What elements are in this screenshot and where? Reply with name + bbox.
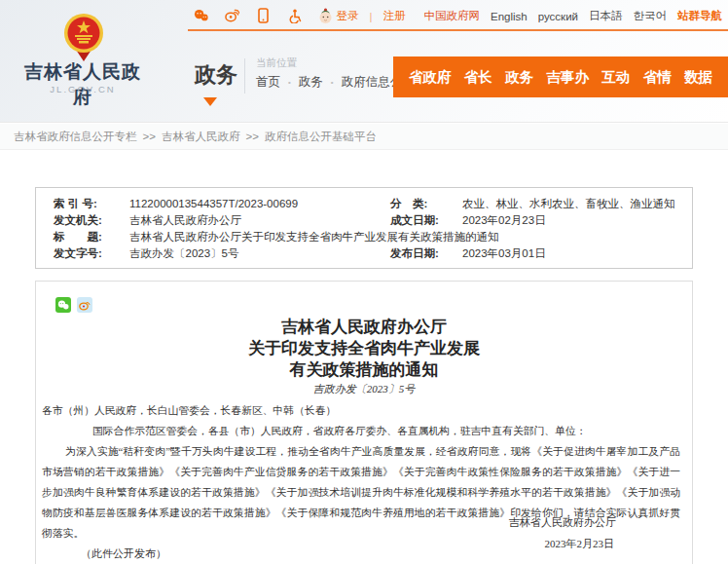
signature-agency: 吉林省人民政府办公厅	[509, 515, 616, 530]
meta-index-value: 1122000013544357T/2023-00699	[129, 196, 390, 212]
location-zhengwu-link[interactable]: 政务	[299, 74, 323, 91]
lang-korean-link[interactable]: 한국어	[634, 9, 668, 23]
public-release-footnote: （此件公开发布）	[81, 546, 166, 561]
topbar-divider-line	[188, 29, 728, 31]
nav-item-interaction[interactable]: 互动	[601, 68, 630, 87]
meta-title-value: 吉林省人民政府办公厅关于印发支持全省肉牛产业发展有关政策措施的通知	[129, 229, 692, 245]
meta-category-label: 分 类:	[390, 196, 462, 212]
meta-written-date-value: 2023年02月23日	[462, 212, 692, 229]
accessibility-icon[interactable]	[287, 8, 302, 24]
location-separator: •	[331, 78, 334, 87]
meta-written-date-label: 成文日期:	[390, 212, 462, 229]
location-home-link[interactable]: 首页	[256, 74, 280, 91]
meta-agency-label: 发文机关:	[54, 212, 129, 229]
meta-agency-value: 吉林省人民政府办公厅	[129, 212, 390, 229]
china-gov-link[interactable]: 中国政府网	[424, 9, 481, 23]
register-link[interactable]: 注册	[383, 9, 406, 23]
login-register-divider: |	[370, 11, 373, 22]
meta-category-value: 农业、林业、水利农业、畜牧业、渔业通知	[462, 196, 692, 212]
login-link[interactable]: 登录	[337, 9, 359, 23]
breadcrumb: 吉林省政府信息公开专栏 >> 吉林省人民政府 >> 政府信息公开基础平台	[0, 124, 728, 150]
breadcrumb-separator: >>	[143, 131, 156, 142]
current-location-path: 首页 • 政务 • 政府信息公开	[256, 74, 415, 91]
nav-item-province-info[interactable]: 省情	[643, 68, 672, 87]
meta-doc-no-label: 发文字号:	[54, 245, 129, 262]
site-nav-link[interactable]: 站群导航	[677, 9, 722, 23]
document-title: 吉林省人民政府办公厅 关于印发支持全省肉牛产业发展 有关政策措施的通知	[36, 317, 692, 381]
nav-item-jishiban[interactable]: 吉事办	[546, 68, 589, 87]
share-buttons	[55, 297, 92, 313]
topbar-links: 登录 | 注册 中国政府网 English русский 日本語 한국어 站群…	[337, 9, 723, 23]
salutation-line2: 国际合作示范区管委会，各县（市）人民政府，省政府各厅委办、各直属机构，驻吉中直有…	[42, 421, 680, 441]
weibo-icon[interactable]	[225, 8, 239, 24]
breadcrumb-separator: >>	[245, 131, 258, 142]
breadcrumb-item-provincial-gov[interactable]: 吉林省人民政府	[162, 130, 240, 144]
meta-title-label: 标 题:	[54, 229, 129, 245]
salutation-line1: 各市（州）人民政府，长白山管委会，长春新区、中韩（长春）	[42, 400, 680, 421]
page: 登录 | 注册 中国政府网 English русский 日本語 한국어 站群…	[0, 0, 728, 564]
meta-index-label: 索 引 号:	[54, 196, 129, 212]
nav-item-governor[interactable]: 省长	[464, 68, 492, 87]
topbar-icons	[194, 5, 333, 26]
current-location-label: 当前位置	[256, 56, 297, 70]
lang-japanese-link[interactable]: 日本語	[589, 9, 623, 23]
wechat-share-icon[interactable]	[55, 297, 71, 313]
section-caret-icon	[203, 97, 217, 106]
nav-item-zhengwu[interactable]: 政务	[505, 68, 533, 87]
breadcrumb-item-special-column[interactable]: 吉林省政府信息公开专栏	[14, 130, 137, 144]
mascot-icon[interactable]	[318, 8, 333, 24]
site-domain: JL.GOV.CN	[21, 84, 144, 94]
site-header: 登录 | 注册 中国政府网 English русский 日本語 한국어 站群…	[0, 0, 728, 123]
document-title-line3: 有关政策措施的通知	[36, 359, 692, 381]
header-vertical-divider	[244, 58, 245, 94]
location-separator: •	[288, 78, 291, 87]
lang-russian-link[interactable]: русский	[538, 11, 578, 22]
document-meta-table: 索 引 号: 1122000013544357T/2023-00699 分 类:…	[35, 187, 693, 269]
meta-doc-no-value: 吉政办发〔2023〕5号	[129, 245, 390, 262]
wechat-icon[interactable]	[194, 8, 208, 24]
document-title-line1: 吉林省人民政府办公厅	[36, 317, 692, 338]
national-emblem-logo[interactable]	[62, 13, 105, 61]
main-nav: 省政府 省长 政务 吉事办 互动 省情 数据	[393, 56, 728, 97]
nav-item-data[interactable]: 数据	[684, 68, 712, 87]
lang-english-link[interactable]: English	[491, 11, 528, 22]
document-content: 吉林省人民政府办公厅 关于印发支持全省肉牛产业发展 有关政策措施的通知 吉政办发…	[35, 281, 693, 564]
signature-date: 2023年2月23日	[545, 537, 615, 551]
document-number: 吉政办发〔2023〕5号	[36, 382, 692, 396]
weibo-share-icon[interactable]	[77, 297, 92, 313]
section-title-zhengwu[interactable]: 政务	[195, 60, 237, 90]
nav-item-provincial-gov[interactable]: 省政府	[409, 68, 452, 87]
breadcrumb-item-platform[interactable]: 政府信息公开基础平台	[265, 130, 377, 144]
document-title-line2: 关于印发支持全省肉牛产业发展	[36, 338, 692, 359]
mobile-icon[interactable]	[256, 8, 271, 24]
meta-publish-date-label: 发布日期:	[390, 245, 462, 262]
meta-publish-date-value: 2023年03月01日	[462, 245, 692, 262]
